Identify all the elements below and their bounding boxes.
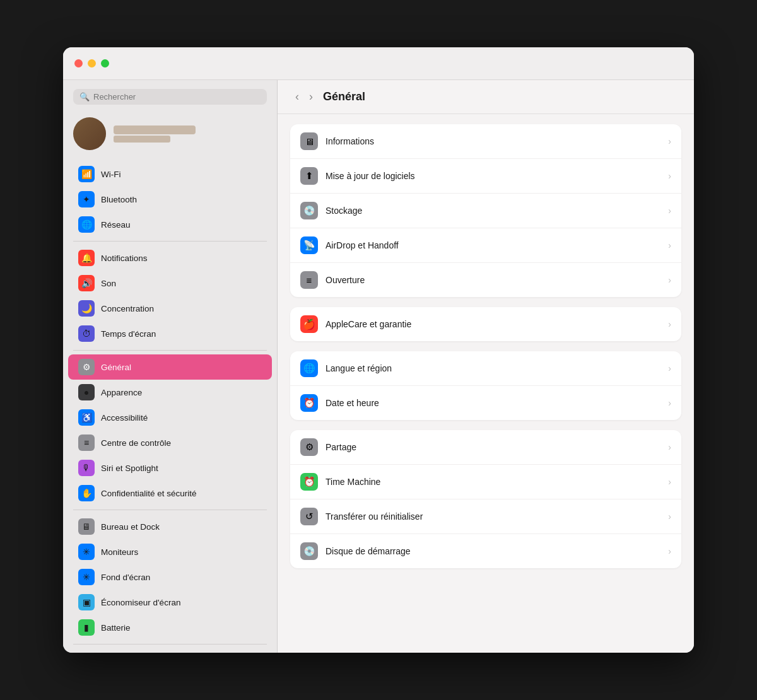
sidebar-divider [73,350,267,351]
sidebar-item-concentration[interactable]: 🌙Concentration [68,296,272,321]
back-button[interactable]: ‹ [293,89,302,105]
settings-label-partage: Partage [326,442,660,452]
settings-label-disque: Disque de démarrage [326,546,660,556]
close-button[interactable] [74,59,83,67]
economiseur-icon: ▣ [78,594,95,610]
sidebar-item-siri[interactable]: 🎙Siri et Spotlight [68,455,272,481]
sidebar-label-reseau: Réseau [101,220,131,230]
forward-button[interactable]: › [307,89,315,105]
sidebar-item-fond[interactable]: ✳Fond d'écran [68,564,272,590]
sidebar-label-apparence: Apparence [101,388,142,397]
sidebar-label-siri: Siri et Spotlight [101,464,158,473]
page-title: Général [323,90,365,103]
settings-row-airdrop[interactable]: 📡AirDrop et Handoff› [290,228,681,263]
settings-row-timemachine[interactable]: ⏰Time Machine› [290,465,681,499]
apparence-icon: ● [78,384,95,400]
siri-icon: 🎙 [78,460,95,476]
settings-row-disque[interactable]: 💿Disque de démarrage› [290,534,681,568]
minimize-button[interactable] [88,59,96,67]
sidebar-item-temps[interactable]: ⏱Temps d'écran [68,321,272,346]
settings-row-langue[interactable]: 🌐Langue et région› [290,351,681,386]
maj-icon: ⬆ [300,167,318,185]
sidebar-item-centre[interactable]: ≡Centre de contrôle [68,430,272,455]
settings-label-stockage: Stockage [326,206,660,216]
search-icon: 🔍 [79,92,90,102]
settings-list: 🖥Informations›⬆Mise à jour de logiciels›… [278,114,694,588]
settings-label-transferer: Transférer ou réinitialiser [326,511,660,522]
partage-icon: ⚙ [300,438,318,456]
sidebar: 🔍 📶Wi-Fi✦Bluetooth🌐Réseau🔔Notifications🔊… [63,80,278,653]
settings-row-date[interactable]: ⏰Date et heure› [290,386,681,420]
sidebar-item-ecran[interactable]: 🔒Écran verrouillé [68,648,272,653]
langue-icon: 🌐 [300,359,318,377]
settings-label-informations: Informations [326,136,660,146]
sidebar-divider [73,241,267,242]
settings-label-airdrop: AirDrop et Handoff [326,240,660,250]
main-content: ‹ › Général 🖥Informations›⬆Mise à jour d… [278,80,694,653]
sidebar-item-confidentialite[interactable]: ✋Confidentialité et sécurité [68,481,272,506]
user-sub [114,136,170,143]
sidebar-label-moniteurs: Moniteurs [101,547,138,557]
sidebar-item-moniteurs[interactable]: ✳Moniteurs [68,539,272,564]
sidebar-item-general[interactable]: ⚙Général [68,354,272,380]
sidebar-item-bluetooth[interactable]: ✦Bluetooth [68,187,272,212]
date-chevron-icon: › [668,398,671,408]
settings-row-transferer[interactable]: ↺Transférer ou réinitialiser› [290,499,681,534]
date-icon: ⏰ [300,394,318,412]
user-info [114,125,196,143]
settings-row-maj[interactable]: ⬆Mise à jour de logiciels› [290,159,681,194]
sidebar-item-reseau[interactable]: 🌐Réseau [68,212,272,237]
sidebar-label-notifications: Notifications [101,254,148,263]
sidebar-label-fond: Fond d'écran [101,573,150,582]
general-icon: ⚙ [78,359,95,375]
settings-row-applecare[interactable]: 🍎AppleCare et garantie› [290,307,681,341]
settings-row-ouverture[interactable]: ≡Ouverture› [290,263,681,297]
user-profile[interactable] [63,111,277,159]
wifi-icon: 📶 [78,166,95,182]
sidebar-item-economiseur[interactable]: ▣Économiseur d'écran [68,590,272,615]
settings-label-timemachine: Time Machine [326,477,660,487]
applecare-icon: 🍎 [300,315,318,333]
bureau-icon: 🖥 [78,518,95,535]
sidebar-item-apparence[interactable]: ●Apparence [68,380,272,405]
sidebar-item-wifi[interactable]: 📶Wi-Fi [68,161,272,187]
maximize-button[interactable] [101,59,109,67]
main-header: ‹ › Général [278,80,694,114]
sidebar-label-general: Général [101,363,131,372]
concentration-icon: 🌙 [78,300,95,317]
ouverture-icon: ≡ [300,271,318,289]
settings-row-stockage[interactable]: 💿Stockage› [290,194,681,228]
settings-row-informations[interactable]: 🖥Informations› [290,124,681,159]
sidebar-item-son[interactable]: 🔊Son [68,271,272,296]
ouverture-chevron-icon: › [668,275,671,285]
accessibilite-icon: ♿ [78,409,95,426]
maj-chevron-icon: › [668,171,671,181]
sidebar-label-centre: Centre de contrôle [101,438,171,448]
settings-label-applecare: AppleCare et garantie [326,319,660,329]
son-icon: 🔊 [78,275,95,291]
sidebar-item-notifications[interactable]: 🔔Notifications [68,245,272,271]
settings-group-3: ⚙Partage›⏰Time Machine›↺Transférer ou ré… [290,430,681,568]
settings-label-maj: Mise à jour de logiciels [326,171,660,181]
traffic-lights [74,59,109,67]
content-area: 🔍 📶Wi-Fi✦Bluetooth🌐Réseau🔔Notifications🔊… [63,80,694,653]
applecare-chevron-icon: › [668,319,671,329]
sidebar-label-son: Son [101,279,116,288]
fond-icon: ✳ [78,569,95,585]
sidebar-label-wifi: Wi-Fi [101,170,120,179]
stockage-chevron-icon: › [668,206,671,216]
sidebar-item-bureau[interactable]: 🖥Bureau et Dock [68,514,272,539]
sidebar-item-accessibilite[interactable]: ♿Accessibilité [68,405,272,430]
settings-row-partage[interactable]: ⚙Partage› [290,430,681,465]
search-box[interactable]: 🔍 [73,89,267,105]
sidebar-item-batterie[interactable]: ▮Batterie [68,615,272,640]
temps-icon: ⏱ [78,325,95,342]
partage-chevron-icon: › [668,442,671,452]
timemachine-icon: ⏰ [300,473,318,491]
search-input[interactable] [93,92,261,102]
sidebar-divider [73,510,267,510]
user-name [114,125,196,134]
sidebar-label-bluetooth: Bluetooth [101,195,137,204]
sidebar-label-batterie: Batterie [101,623,131,633]
sidebar-label-accessibilite: Accessibilité [101,413,148,423]
